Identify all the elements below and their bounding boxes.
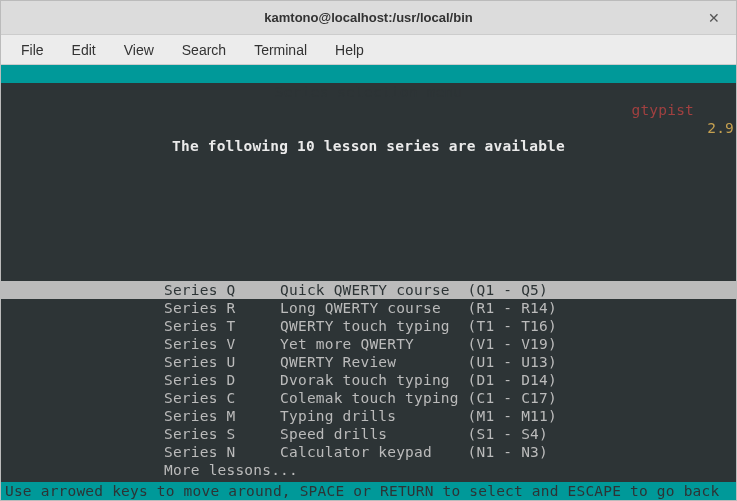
spacer [1,191,736,245]
list-item-series[interactable]: Series N Calculator keypad (N1 - N3) [1,443,736,461]
terminal-content: The following 10 lesson series are avail… [1,83,736,500]
list-item-series[interactable]: Series M Typing drills (M1 - M11) [1,407,736,425]
app-header-title: Series selection menu [275,83,463,101]
menu-edit[interactable]: Edit [60,38,108,62]
app-version: 2.9 [707,119,734,137]
list-item-series[interactable]: Series V Yet more QWERTY (V1 - V19) [1,335,736,353]
menubar: File Edit View Search Terminal Help [1,35,736,65]
window-title: kamtono@localhost:/usr/local/bin [264,10,472,25]
app-header-bar: Series selection menu gtypist 2.9 [1,65,736,83]
terminal-area[interactable]: Series selection menu gtypist 2.9 The fo… [1,65,736,500]
list-item-series[interactable]: Series U QWERTY Review (U1 - U13) [1,353,736,371]
window-titlebar: kamtono@localhost:/usr/local/bin ✕ [1,1,736,35]
series-list: Series Q Quick QWERTY course (Q1 - Q5) S… [1,281,736,497]
app-name: gtypist [631,101,694,119]
list-item-series[interactable]: Series D Dvorak touch typing (D1 - D14) [1,371,736,389]
list-item-series[interactable]: Series S Speed drills (S1 - S4) [1,425,736,443]
menu-terminal[interactable]: Terminal [242,38,319,62]
close-icon[interactable]: ✕ [702,8,726,28]
list-item[interactable]: More lessons... [1,461,736,479]
menu-help[interactable]: Help [323,38,376,62]
menu-file[interactable]: File [9,38,56,62]
menu-view[interactable]: View [112,38,166,62]
footer-hint: Use arrowed keys to move around, SPACE o… [1,482,736,500]
subtitle: The following 10 lesson series are avail… [1,137,736,155]
list-item-series[interactable]: Series Q Quick QWERTY course (Q1 - Q5) [1,281,736,299]
menu-search[interactable]: Search [170,38,238,62]
list-item-series[interactable]: Series C Colemak touch typing (C1 - C17) [1,389,736,407]
list-item-series[interactable]: Series R Long QWERTY course (R1 - R14) [1,299,736,317]
list-item-series[interactable]: Series T QWERTY touch typing (T1 - T16) [1,317,736,335]
